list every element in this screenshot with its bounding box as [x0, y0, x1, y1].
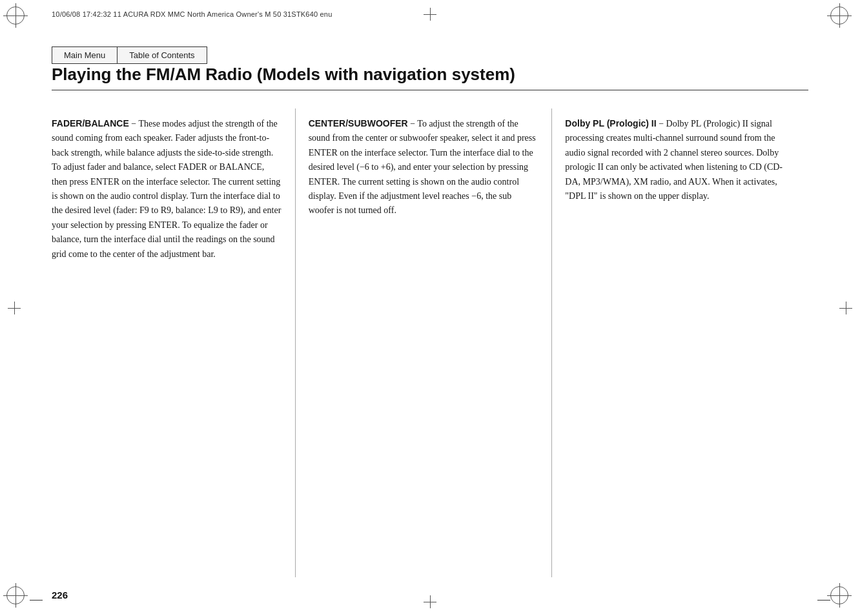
page-title: Playing the FM/AM Radio (Models with nav… — [52, 65, 808, 90]
nav-buttons: Main Menu Table of Contents — [52, 46, 207, 64]
header-timestamp: 10/06/08 17:42:32 11 ACURA RDX MMC North… — [52, 10, 333, 18]
side-line-left — [30, 600, 43, 601]
dolby-pl-body: Dolby PL (Prologic) II signal processing… — [565, 119, 783, 201]
column-fader-balance: FADER/BALANCE − These modes adjust the s… — [52, 108, 296, 577]
content-area: FADER/BALANCE − These modes adjust the s… — [52, 108, 808, 577]
side-line-right — [817, 600, 830, 601]
corner-mark-tl — [6, 6, 30, 30]
center-subwoofer-body: To adjust the strength of the sound from… — [309, 119, 536, 215]
center-subwoofer-text: CENTER/SUBWOOFER − To adjust the strengt… — [309, 116, 539, 218]
crosshair-bottom — [424, 595, 436, 608]
fader-balance-text: FADER/BALANCE − These modes adjust the s… — [52, 116, 282, 262]
page-number: 226 — [52, 590, 68, 601]
crosshair-left — [8, 302, 21, 314]
corner-mark-br — [830, 586, 854, 610]
table-of-contents-button[interactable]: Table of Contents — [117, 46, 207, 64]
center-subwoofer-separator: − — [408, 119, 418, 128]
fader-balance-term: FADER/BALANCE — [52, 118, 129, 128]
crosshair-top — [424, 8, 436, 21]
main-menu-button[interactable]: Main Menu — [52, 46, 117, 64]
column-center-subwoofer: CENTER/SUBWOOFER − To adjust the strengt… — [309, 108, 553, 577]
corner-mark-bl — [6, 586, 30, 610]
dolby-pl-term: Dolby PL (Prologic) II — [565, 118, 656, 128]
center-subwoofer-term: CENTER/SUBWOOFER — [309, 118, 408, 128]
fader-balance-separator: − — [129, 119, 139, 128]
page-wrapper: 10/06/08 17:42:32 11 ACURA RDX MMC North… — [0, 0, 860, 616]
dolby-pl-separator: − — [657, 119, 666, 128]
dolby-pl-text: Dolby PL (Prologic) II − Dolby PL (Prolo… — [565, 116, 795, 203]
crosshair-right — [839, 302, 852, 314]
fader-balance-body: These modes adjust the strength of the s… — [52, 119, 281, 259]
column-dolby-pl: Dolby PL (Prologic) II − Dolby PL (Prolo… — [565, 108, 808, 577]
corner-mark-tr — [830, 6, 854, 30]
